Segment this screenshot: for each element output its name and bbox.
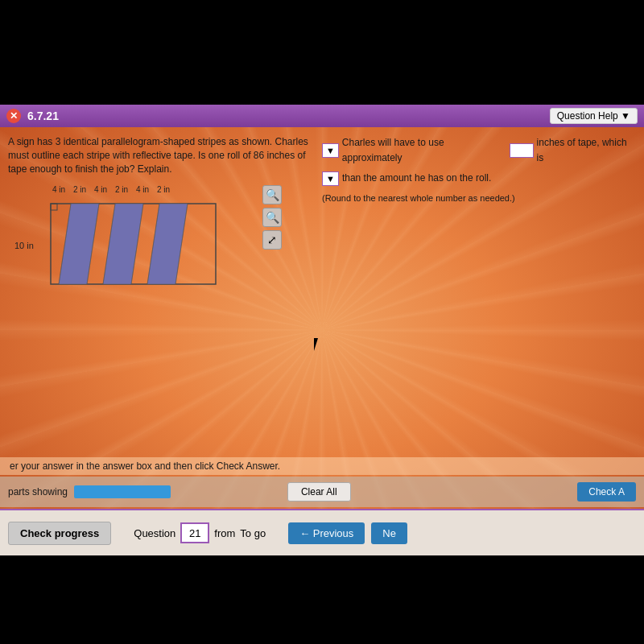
right-panel: ▼ Charles will have to use approximately… [322, 135, 636, 467]
next-button[interactable]: Ne [371, 522, 407, 544]
parallelogram-diagram: 10 in [47, 196, 224, 295]
meas-4: 2 in [113, 185, 130, 194]
to-go-label: To go [240, 527, 266, 539]
diagram-svg [47, 196, 224, 292]
measurements-row: 4 in 2 in 4 in 2 in 4 in 2 in [47, 185, 172, 194]
close-button[interactable]: ✕ [6, 109, 21, 123]
answer-note: (Round to the nearest whole number as ne… [322, 192, 636, 206]
parts-showing-label: parts showing [8, 486, 68, 497]
answer-line1-prefix: Charles will have to use approximately [342, 135, 506, 166]
nav-bar: Check progress Question from To go ← Pre… [0, 509, 644, 555]
inches-input[interactable] [510, 143, 534, 158]
question-help-label: Question Help ▼ [557, 110, 630, 122]
meas-6: 2 in [155, 185, 172, 194]
answer-line1-suffix: inches of tape, which is [537, 135, 636, 166]
check-answer-button[interactable]: Check A [577, 482, 636, 502]
question-id: 6.7.21 [27, 109, 59, 122]
action-bar: parts showing Clear All Check A [0, 477, 644, 507]
from-label: from [214, 527, 235, 539]
question-help-button[interactable]: Question Help ▼ [550, 108, 638, 124]
content-area: A sign has 3 identical parallelogram-sha… [0, 127, 644, 475]
header-bar: ✕ 6.7.21 Question Help ▼ [0, 105, 644, 127]
height-label: 10 in [14, 241, 34, 250]
clear-all-button[interactable]: Clear All [287, 482, 351, 502]
meas-2: 2 in [71, 185, 89, 194]
meas-1: 4 in [47, 185, 71, 194]
question-number-input[interactable] [180, 522, 209, 543]
parts-showing: parts showing [8, 485, 171, 498]
zoom-out-button[interactable]: 🔍 [262, 208, 282, 227]
zoom-controls: 🔍 🔍 ⤢ [262, 185, 282, 250]
answer-row-1: ▼ Charles will have to use approximately… [322, 135, 636, 166]
zoom-in-button[interactable]: 🔍 [262, 185, 282, 204]
meas-5: 4 in [130, 185, 155, 194]
close-icon: ✕ [10, 110, 18, 122]
previous-button[interactable]: ← Previous [288, 522, 365, 544]
answer-row-2: ▼ than the amount he has on the roll. [322, 171, 636, 186]
question-text: A sign has 3 identical parallelogram-sha… [8, 135, 314, 175]
svg-rect-1 [51, 204, 57, 210]
question-nav: Question from To go [134, 522, 266, 543]
progress-bar [74, 485, 171, 498]
diagram-container: 🔍 🔍 ⤢ 4 in 2 in 4 in 2 in 4 in 2 in 10 i… [8, 185, 314, 295]
instruction-text: er your answer in the answer box and the… [10, 460, 280, 472]
question-label: Question [134, 527, 175, 539]
expand-button[interactable]: ⤢ [262, 230, 282, 250]
instruction-bar: er your answer in the answer box and the… [0, 457, 644, 475]
check-progress-button[interactable]: Check progress [8, 522, 111, 545]
meas-3: 4 in [89, 185, 113, 194]
left-panel: A sign has 3 identical parallelogram-sha… [8, 135, 314, 467]
answer-line2: than the amount he has on the roll. [342, 171, 491, 186]
dropdown-2[interactable]: ▼ [322, 171, 339, 186]
dropdown-1[interactable]: ▼ [322, 143, 339, 158]
